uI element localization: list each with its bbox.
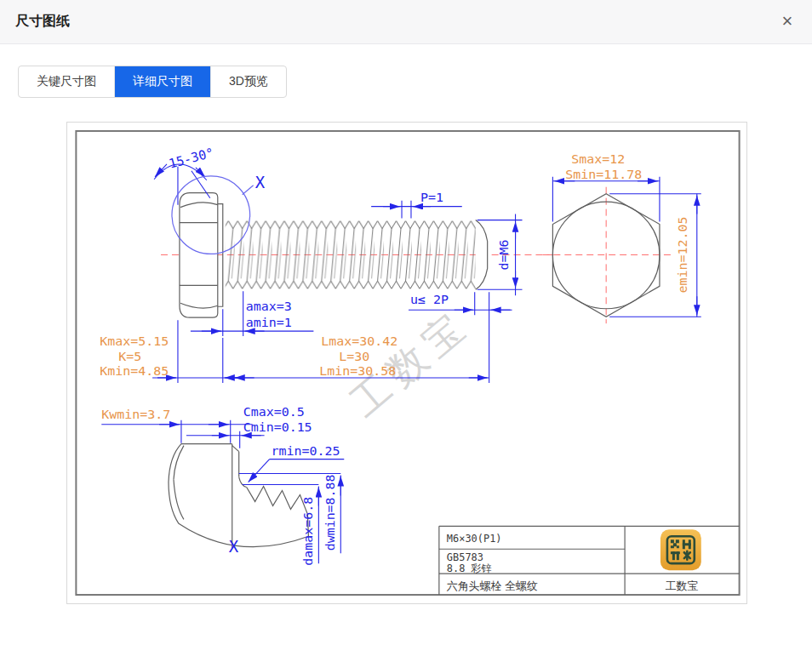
kmin-label: Kmin=4.85 bbox=[100, 363, 169, 379]
smin-label: Smin=11.78 bbox=[565, 167, 642, 182]
tab-key-dimensions[interactable]: 关键尺寸图 bbox=[19, 66, 115, 97]
kmax-label: Kmax=5.15 bbox=[100, 334, 169, 349]
hex-end-view: Smax=12 Smin=11.78 emin=12.05 bbox=[542, 151, 700, 323]
rmin-label: rmin=0.25 bbox=[272, 443, 340, 459]
thread-pattern bbox=[226, 220, 477, 290]
detail-view: Kwmin=3.7 Cmax=0.5 Cmin=0.15 rmin=0.25 d… bbox=[101, 404, 344, 566]
product-name-text: 六角头螺栓 全螺纹 bbox=[447, 579, 538, 592]
cmin-label: Cmin=0.15 bbox=[243, 420, 312, 435]
dwmin-label: dwmin=8.88 bbox=[323, 474, 338, 551]
tab-detailed-dimensions[interactable]: 详细尺寸图 bbox=[115, 66, 211, 97]
amin-label: amin=1 bbox=[246, 315, 292, 330]
brand-logo-icon bbox=[660, 529, 701, 570]
pitch-dim: P=1 bbox=[371, 190, 462, 219]
title-block: M6×30(P1) GB5783 8.8 彩锌 六角头螺栓 全螺纹 bbox=[439, 526, 740, 595]
lmin-label: Lmin=30.58 bbox=[319, 363, 396, 379]
l-label: L=30 bbox=[339, 349, 369, 364]
tab-group: 关键尺寸图 详细尺寸图 3D预览 bbox=[18, 66, 287, 98]
detail-ref-top-label: X bbox=[255, 173, 266, 191]
tab-3d-preview[interactable]: 3D预览 bbox=[211, 66, 286, 97]
k-label: K=5 bbox=[118, 349, 141, 364]
damax-label: damax=6.8 bbox=[300, 497, 316, 566]
brand-text: 工数宝 bbox=[665, 579, 698, 592]
designation-text: M6×30(P1) bbox=[447, 533, 502, 545]
runout-dim: u≤ 2P bbox=[409, 292, 512, 315]
cmax-label: Cmax=0.5 bbox=[243, 404, 305, 420]
kwmin-label: Kwmin=3.7 bbox=[101, 407, 170, 422]
pitch-label: P=1 bbox=[420, 190, 443, 205]
amax-label: amax=3 bbox=[246, 299, 292, 314]
emin-label: emin=12.05 bbox=[675, 216, 690, 293]
modal-header: 尺寸图纸 bbox=[0, 0, 812, 44]
detail-ref-bottom-label: X bbox=[229, 537, 239, 556]
standard-text: GB5783 bbox=[447, 551, 483, 563]
diameter-label: d=M6 bbox=[496, 239, 512, 270]
lmax-label: Lmax=30.42 bbox=[321, 334, 397, 349]
drawing-svg: 工数宝 15-30° X P=1 bbox=[67, 123, 746, 603]
runout-label: u≤ 2P bbox=[410, 292, 449, 307]
page-title: 尺寸图纸 bbox=[15, 13, 70, 31]
smax-label: Smax=12 bbox=[571, 151, 625, 167]
dimension-drawing: 工数宝 15-30° X P=1 bbox=[66, 122, 747, 604]
grade-finish-text: 8.8 彩锌 bbox=[447, 562, 492, 574]
close-icon[interactable]: × bbox=[776, 10, 798, 32]
